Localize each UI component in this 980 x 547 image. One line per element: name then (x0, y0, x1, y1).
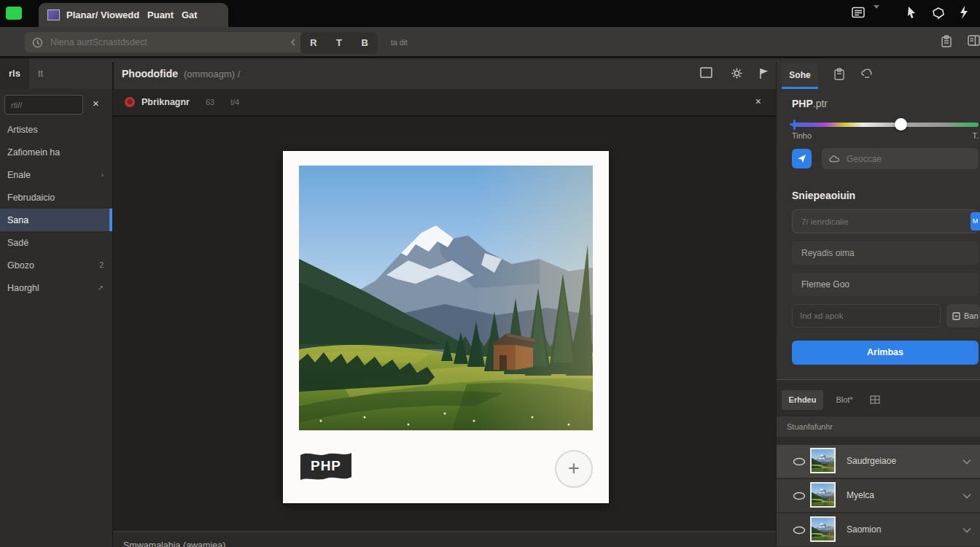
layers-tab-alt[interactable]: Blot* (828, 390, 861, 410)
browser-topbar: Planar/ Viowedd Puant Gat (0, 0, 980, 27)
sidebar-item-sade[interactable]: Sadé (0, 231, 112, 254)
window-indicator[interactable] (6, 7, 22, 20)
lasso-icon[interactable] (932, 7, 945, 20)
slider-thumb[interactable] (895, 118, 907, 131)
document-tab-badge-b: t/4 (230, 98, 239, 106)
sidebar-item-sana-selected[interactable]: Sana (0, 209, 112, 231)
php-badge-text: PHP (299, 449, 353, 484)
document-tab-badge-a: 63 (206, 98, 214, 106)
browser-tab[interactable]: Planar/ Viowedd Puant Gat (39, 3, 228, 27)
layers-panel: Erhdeu Blot* Stuanfafunhr Saudrgeiaoe My… (777, 379, 980, 547)
section-title: Sniepeaoiuin (792, 190, 855, 201)
format-tool-group: R T B (300, 32, 378, 53)
sidebar-item-zafiomein[interactable]: Zafiomein ha (0, 141, 112, 163)
secondary-input[interactable] (792, 304, 941, 327)
landscape-photo[interactable] (299, 166, 593, 430)
canvas-area[interactable]: PHP + (113, 117, 776, 531)
chevron-left-icon[interactable] (290, 39, 296, 46)
flag-pointer-icon[interactable] (758, 67, 769, 79)
layer-name: Saudrgeiaoe (847, 445, 896, 478)
option-row-1[interactable]: Reyadis oima (792, 241, 979, 265)
document-tabstrip: Pbriknagnr 63 t/4 × (113, 89, 776, 117)
option-row-2[interactable]: Flemee Goo (792, 273, 979, 296)
add-button[interactable]: + (555, 450, 593, 488)
sidebar-item-enale[interactable]: Enale› (0, 163, 112, 186)
bold-tool[interactable]: B (361, 37, 368, 48)
left-sidebar: × Artistes Zafiomein ha Enale› Februdaic… (0, 89, 112, 547)
grid-icon[interactable] (870, 395, 880, 404)
slider-start-marker (793, 120, 796, 130)
sidebar-tab-alt[interactable]: tt (38, 58, 43, 89)
sidebar-menu: Artistes Zafiomein ha Enale› Februdaicio… (0, 118, 112, 299)
sidebar-tab-tools[interactable]: rls (0, 58, 29, 89)
arrow-up-right-icon: ↗ (98, 284, 104, 292)
tab-title: Planar/ Viowedd Puant Gat (66, 9, 198, 20)
layer-row-3[interactable]: Saomion (777, 513, 980, 546)
send-button[interactable] (792, 149, 812, 168)
mini-blue-button[interactable]: M (971, 212, 980, 230)
marquee-icon[interactable] (700, 67, 712, 78)
browser-toolbar: R T B ta dit (0, 27, 980, 58)
eye-icon[interactable] (793, 492, 806, 500)
document-close-icon[interactable]: × (755, 96, 761, 107)
address-bar[interactable] (25, 32, 303, 53)
primary-action-button[interactable]: Arimbas (792, 341, 979, 365)
layer-thumbnail (810, 448, 836, 473)
gear-icon[interactable] (731, 67, 743, 79)
toolbar-hint: ta dit (391, 38, 408, 47)
artboard-card[interactable]: PHP + (283, 151, 609, 503)
generate-input[interactable] (845, 153, 971, 165)
ban-button[interactable]: Ban (946, 304, 980, 327)
app-header: rls tt Phoodofide(ommoagm) / Sohe (0, 58, 980, 89)
status-text: Smwamalahia (awamiea) (123, 540, 225, 547)
layer-name: Saomion (847, 513, 881, 546)
vector-tool[interactable]: R (310, 37, 316, 48)
document-status-dot (125, 97, 135, 107)
slider-label-right: T. (972, 131, 979, 140)
eye-icon[interactable] (793, 457, 806, 466)
sidebar-item-gbozo[interactable]: Gbozo2 (0, 254, 112, 276)
layer-row-2[interactable]: Myelca (777, 479, 980, 512)
gradient-slider[interactable] (792, 123, 979, 127)
chevron-right-icon: › (101, 171, 104, 179)
type-tool[interactable]: T (336, 37, 342, 48)
chevron-down-icon[interactable] (962, 493, 971, 499)
sidebar-search-input[interactable] (4, 95, 83, 115)
address-input[interactable] (49, 36, 284, 48)
sidebar-close-icon[interactable]: × (93, 97, 99, 109)
layer-thumbnail (810, 482, 836, 508)
prompt-input[interactable] (792, 209, 979, 233)
generate-field[interactable] (822, 148, 979, 169)
chevron-down-icon[interactable] (962, 459, 971, 465)
bolt-icon[interactable] (959, 6, 969, 19)
square-icon (952, 312, 960, 320)
layer-name: Myelca (847, 479, 874, 512)
sidebar-item-artistes[interactable]: Artistes (0, 118, 112, 141)
layers-subtitle: Stuanfafunhr (777, 416, 980, 437)
tab-favicon (47, 9, 60, 20)
cursor-icon[interactable] (906, 6, 917, 19)
clipboard-icon[interactable] (941, 35, 952, 47)
document-title-suffix: (ommoagm) / (184, 69, 240, 79)
file-title: PHP.ptr (792, 98, 828, 109)
window-icon[interactable] (852, 7, 866, 18)
layers-list: Saudrgeiaoe Myelca Saomion (777, 445, 980, 547)
caret-down-icon[interactable] (874, 5, 879, 9)
clipboard-tab-icon[interactable] (833, 68, 845, 80)
right-panel: PHP.ptr Tinho T. Sniepeaoiuin M Reyadis … (777, 89, 980, 547)
panel-icon[interactable] (968, 35, 980, 46)
chevron-down-icon[interactable] (962, 527, 971, 533)
cloud-icon (829, 155, 840, 163)
layer-row-1[interactable]: Saudrgeiaoe (777, 445, 980, 478)
document-tab[interactable]: Pbriknagnr 63 t/4 (113, 89, 776, 115)
layers-tab-active[interactable]: Erhdeu (782, 390, 823, 410)
eye-icon[interactable] (793, 526, 806, 535)
sidebar-item-februdaicio[interactable]: Februdaicio (0, 186, 112, 209)
stamp-tab-icon[interactable] (860, 68, 873, 79)
status-bar: Smwamalahia (awamiea) (113, 531, 776, 547)
document-tab-name: Pbriknagnr (141, 97, 190, 107)
panel-tab-edit[interactable]: Sohe (782, 62, 818, 89)
slider-labels: Tinho T. (792, 131, 979, 140)
layer-thumbnail (810, 516, 836, 542)
sidebar-item-haorghl[interactable]: Haorghl↗ (0, 276, 112, 299)
